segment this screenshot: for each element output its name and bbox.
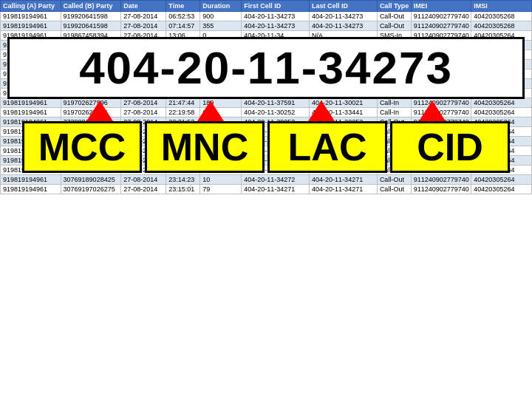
mcc-box: MCC: [22, 121, 142, 173]
table-cell: 919819194961: [1, 21, 61, 31]
table-cell: 27-08-2014: [121, 175, 166, 185]
number-box: 404-20-11-34273: [7, 37, 525, 99]
table-cell: 900: [200, 12, 242, 21]
arrow-lac: [308, 100, 335, 121]
table-header-cell: IMSI: [471, 1, 532, 12]
lac-label: LAC: [288, 126, 367, 168]
table-row: 9198191949613076919702627527-08-201423:1…: [1, 185, 532, 194]
table-cell: 27-08-2014: [121, 185, 166, 194]
table-cell: 911240902779740: [411, 12, 471, 21]
table-cell: 919920641598: [61, 12, 121, 21]
table-header-cell: IMEI: [411, 1, 471, 12]
cid-label: CID: [417, 126, 483, 168]
mnc-box: MNC: [145, 121, 265, 173]
arrow-cid: [419, 100, 446, 121]
table-header-cell: Duration: [200, 1, 242, 12]
table-cell: 06:52:53: [166, 12, 200, 21]
table-cell: 404-20-11-34273: [242, 12, 310, 21]
table-cell: 40420305268: [471, 21, 532, 31]
mcc-label: MCC: [38, 126, 126, 168]
arrow-mnc: [197, 100, 224, 121]
table-row: 9198191949613076918902842527-08-201423:1…: [1, 175, 532, 185]
table-cell: 919920641598: [61, 21, 121, 31]
table-cell: 40420305264: [471, 175, 532, 185]
table-header-cell: Called (B) Party: [61, 1, 121, 12]
table-cell: 404-20-11-34271: [310, 185, 378, 194]
table-cell: 404-20-11-34273: [310, 12, 378, 21]
table-cell: Call-Out: [377, 185, 411, 194]
table-header-cell: Last Cell ID: [310, 1, 378, 12]
overlay-panel: 404-20-11-34273 MCC MNC LAC CID: [0, 37, 532, 173]
table-cell: 404-20-11-34271: [242, 185, 310, 194]
table-header-cell: Call Type: [377, 1, 411, 12]
lac-box: LAC: [267, 121, 387, 173]
table-cell: 404-20-11-34273: [242, 21, 310, 31]
table-cell: 919819194961: [1, 185, 61, 194]
table-cell: 23:14:23: [166, 175, 200, 185]
table-cell: 30769189028425: [61, 175, 121, 185]
arrows-row: [0, 100, 532, 121]
table-cell: 911240902779740: [411, 175, 471, 185]
table-cell: 40420305268: [471, 12, 532, 21]
table-cell: 911240902779740: [411, 21, 471, 31]
mnc-label: MNC: [161, 126, 248, 168]
table-header-cell: Date: [121, 1, 166, 12]
table-header-cell: Time: [166, 1, 200, 12]
table-cell: Call-Out: [377, 12, 411, 21]
table-cell: Call-Out: [377, 175, 411, 185]
cell-id-number: 404-20-11-34273: [79, 42, 453, 93]
table-cell: 07:14:57: [166, 21, 200, 31]
table-cell: 79: [200, 185, 242, 194]
table-header-cell: First Cell ID: [242, 1, 310, 12]
table-header-row: Calling (A) PartyCalled (B) PartyDateTim…: [1, 1, 532, 12]
table-cell: 919819194961: [1, 12, 61, 21]
table-cell: 23:15:01: [166, 185, 200, 194]
table-row: 91981919496191992064159827-08-201406:52:…: [1, 12, 532, 21]
table-cell: 40420305264: [471, 185, 532, 194]
table-cell: 404-20-11-34271: [310, 175, 378, 185]
table-row: 91981919496191992064159827-08-201407:14:…: [1, 21, 532, 31]
table-header-cell: Calling (A) Party: [1, 1, 61, 12]
table-cell: 404-20-11-34273: [310, 21, 378, 31]
table-cell: 404-20-11-34272: [242, 175, 310, 185]
arrow-mcc: [86, 100, 113, 121]
table-cell: 355: [200, 21, 242, 31]
table-cell: 27-08-2014: [121, 12, 166, 21]
main-container: Calling (A) PartyCalled (B) PartyDateTim…: [0, 0, 532, 399]
label-row: MCC MNC LAC CID: [0, 121, 532, 173]
table-cell: 27-08-2014: [121, 21, 166, 31]
table-cell: 10: [200, 175, 242, 185]
table-cell: 911240902779740: [411, 185, 471, 194]
cid-box: CID: [390, 121, 510, 173]
table-cell: 30769197026275: [61, 185, 121, 194]
table-cell: Call-Out: [377, 21, 411, 31]
table-cell: 919819194961: [1, 175, 61, 185]
